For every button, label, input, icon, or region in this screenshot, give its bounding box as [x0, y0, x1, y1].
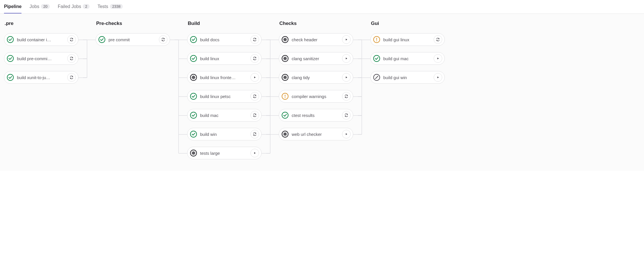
pipeline-tabs: PipelineJobs20Failed Jobs2Tests2338	[0, 0, 644, 14]
retry-icon[interactable]	[250, 92, 259, 101]
tab-count-badge: 2	[83, 4, 89, 9]
status-manual-icon	[281, 130, 289, 138]
job-label: build mac	[200, 113, 249, 118]
job-pill[interactable]: clang sanitizer	[279, 52, 353, 65]
play-icon[interactable]	[434, 54, 442, 63]
job-label: web url checker	[292, 132, 340, 137]
job-pill[interactable]: build container i…	[4, 33, 78, 46]
job-label: build container i…	[17, 37, 66, 42]
job-label: build pre-commi…	[17, 56, 66, 61]
job-label: clang sanitizer	[292, 56, 340, 61]
status-manual-icon	[190, 149, 197, 157]
stage-title: Gui	[370, 21, 445, 26]
pipeline-graph: .prebuild container i…build pre-commi…bu…	[0, 14, 644, 171]
stage-jobs: check headerclang sanitizerclang tidycom…	[279, 33, 353, 140]
play-icon[interactable]	[342, 130, 351, 138]
tab-label: Jobs	[29, 4, 39, 9]
job-label: pre commit	[108, 37, 157, 42]
tab-count-badge: 2338	[110, 4, 123, 9]
status-success-icon	[190, 36, 197, 43]
job-pill[interactable]: compiler warnings	[279, 90, 353, 103]
job-pill[interactable]: ctest results	[279, 109, 353, 122]
job-pill[interactable]: build linux petsc	[187, 90, 262, 103]
job-label: compiler warnings	[292, 94, 340, 99]
job-pill[interactable]: clang tidy	[279, 71, 353, 84]
status-warning-icon	[373, 36, 380, 43]
retry-icon[interactable]	[250, 35, 259, 44]
retry-icon[interactable]	[159, 35, 167, 44]
job-pill[interactable]: pre commit	[96, 33, 170, 46]
job-label: build gui win	[383, 75, 432, 80]
play-icon[interactable]	[250, 149, 259, 157]
retry-icon[interactable]	[250, 130, 259, 138]
stage-jobs: build container i…build pre-commi…build …	[4, 33, 78, 84]
play-icon[interactable]	[342, 73, 351, 82]
retry-icon[interactable]	[67, 35, 76, 44]
retry-icon[interactable]	[342, 92, 351, 101]
play-icon[interactable]	[342, 54, 351, 63]
play-icon[interactable]	[250, 73, 259, 82]
tab-pipeline[interactable]: Pipeline	[4, 0, 21, 13]
stage-title: .pre	[4, 21, 78, 26]
job-pill[interactable]: build linux fronte…	[187, 71, 262, 84]
job-label: tests large	[200, 151, 249, 156]
job-pill[interactable]: build mac	[187, 109, 262, 122]
job-label: clang tidy	[292, 75, 340, 80]
job-pill[interactable]: build pre-commi…	[4, 52, 78, 65]
play-icon[interactable]	[342, 35, 351, 44]
stage-column: Checkscheck headerclang sanitizerclang t…	[279, 21, 353, 159]
retry-icon[interactable]	[250, 54, 259, 63]
stage-title: Checks	[279, 21, 353, 26]
stage-jobs: build docsbuild linuxbuild linux fronte……	[187, 33, 262, 159]
tab-failed-jobs[interactable]: Failed Jobs2	[58, 0, 90, 13]
job-label: build docs	[200, 37, 249, 42]
tab-tests[interactable]: Tests2338	[98, 0, 123, 13]
retry-icon[interactable]	[342, 111, 351, 120]
status-manual-icon	[190, 74, 197, 81]
retry-icon[interactable]	[67, 54, 76, 63]
job-pill[interactable]: build xunit-to-ju…	[4, 71, 78, 84]
status-success-icon	[281, 111, 289, 119]
stage-jobs: build gui linuxbuild gui macbuild gui wi…	[370, 33, 445, 84]
job-label: check header	[292, 37, 340, 42]
stage-title: Build	[187, 21, 262, 26]
job-pill[interactable]: build linux	[187, 52, 262, 65]
status-success-icon	[190, 55, 197, 62]
status-success-icon	[7, 36, 14, 43]
stage-column: .prebuild container i…build pre-commi…bu…	[4, 21, 78, 159]
retry-icon[interactable]	[67, 73, 76, 82]
job-pill[interactable]: check header	[279, 33, 353, 46]
job-label: build linux	[200, 56, 249, 61]
job-pill[interactable]: build win	[187, 128, 262, 140]
job-pill[interactable]: build gui mac	[370, 52, 445, 65]
status-manual-icon	[281, 74, 289, 81]
stage-jobs: pre commit	[96, 33, 170, 46]
retry-icon[interactable]	[250, 111, 259, 120]
status-success-icon	[7, 55, 14, 62]
status-manual-icon	[281, 55, 289, 62]
retry-icon[interactable]	[434, 35, 442, 44]
job-label: ctest results	[292, 113, 340, 118]
job-pill[interactable]: web url checker	[279, 128, 353, 140]
tab-label: Tests	[98, 4, 108, 9]
play-icon[interactable]	[434, 73, 442, 82]
status-success-icon	[98, 36, 106, 43]
job-pill[interactable]: tests large	[187, 147, 262, 159]
tab-jobs[interactable]: Jobs20	[29, 0, 50, 13]
stage-column: Pre-checkspre commit	[96, 21, 170, 159]
job-label: build gui linux	[383, 37, 432, 42]
tab-label: Pipeline	[4, 4, 21, 9]
job-label: build linux fronte…	[200, 75, 249, 80]
status-success-icon	[7, 74, 14, 81]
status-success-icon	[373, 55, 380, 62]
job-pill[interactable]: build gui linux	[370, 33, 445, 46]
stage-title: Pre-checks	[96, 21, 170, 26]
stage-column: Guibuild gui linuxbuild gui macbuild gui…	[370, 21, 445, 159]
job-label: build gui mac	[383, 56, 432, 61]
job-label: build xunit-to-ju…	[17, 75, 66, 80]
job-pill[interactable]: build docs	[187, 33, 262, 46]
job-pill[interactable]: build gui win	[370, 71, 445, 84]
status-success-icon	[190, 111, 197, 119]
job-label: build linux petsc	[200, 94, 249, 99]
tab-label: Failed Jobs	[58, 4, 81, 9]
